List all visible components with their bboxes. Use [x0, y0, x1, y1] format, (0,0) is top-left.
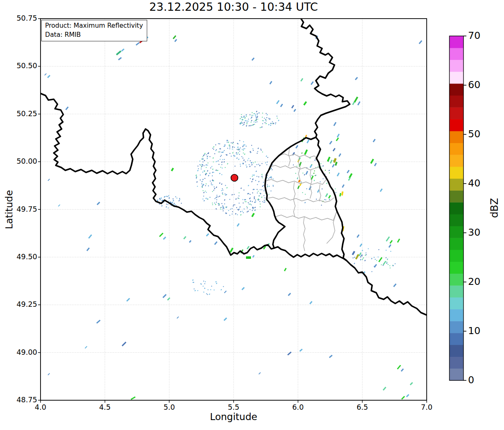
clutter-speck: [265, 122, 266, 123]
clutter-speck: [232, 213, 233, 215]
echo-streak: [206, 234, 209, 236]
echo-streak: [354, 97, 358, 103]
echo-streak: [288, 293, 291, 296]
clutter-speck: [244, 189, 245, 191]
clutter-speck: [314, 170, 315, 172]
clutter-speck: [262, 151, 263, 153]
echo-streak: [401, 396, 404, 399]
clutter-speck: [248, 121, 249, 122]
clutter-speck: [240, 147, 241, 148]
echo-streak: [97, 320, 100, 323]
clutter-speck: [215, 204, 216, 205]
map-canvas: [0, 0, 504, 430]
clutter-speck: [248, 185, 249, 186]
clutter-speck: [238, 152, 239, 153]
clutter-speck: [242, 211, 243, 212]
clutter-speck: [236, 207, 237, 208]
product-info-box: Product: Maximum Reflectivity Data: RMIB: [41, 20, 147, 41]
clutter-speck: [254, 198, 255, 200]
clutter-speck: [208, 289, 209, 290]
clutter-speck: [218, 164, 220, 165]
clutter-speck: [335, 188, 336, 189]
clutter-speck: [252, 174, 253, 176]
clutter-speck: [257, 119, 258, 120]
clutter-speck: [221, 174, 222, 175]
clutter-speck: [249, 194, 251, 195]
clutter-speck: [264, 200, 265, 201]
clutter-speck: [268, 124, 269, 126]
clutter-speck: [244, 117, 246, 119]
colorbar-label: dBZ: [489, 198, 500, 218]
clutter-speck: [221, 183, 222, 185]
clutter-speck: [390, 251, 392, 252]
clutter-speck: [258, 148, 259, 149]
clutter-speck: [304, 174, 305, 176]
clutter-speck: [244, 199, 246, 201]
echo-streak: [117, 51, 121, 55]
clutter-speck: [214, 188, 215, 189]
clutter-speck: [232, 148, 233, 150]
clutter-speck: [246, 123, 248, 124]
echo-streak: [383, 261, 386, 265]
clutter-speck: [365, 252, 367, 253]
colorbar-band: [449, 107, 463, 119]
clutter-speck: [204, 153, 205, 155]
clutter-speck: [251, 204, 252, 205]
national-border: [265, 137, 316, 248]
district-border: [319, 184, 321, 201]
clutter-speck: [243, 144, 244, 146]
echo-streak: [419, 41, 422, 44]
y-tick-label: 49.75: [1, 205, 37, 213]
echo-streak: [339, 154, 341, 157]
clutter-speck: [253, 122, 255, 123]
clutter-speck: [253, 162, 254, 163]
echo-streak: [379, 258, 382, 262]
colorbar-tick-label: 30: [468, 227, 480, 238]
clutter-speck: [261, 174, 263, 175]
clutter-speck: [243, 141, 244, 142]
echo-streak: [340, 193, 340, 196]
clutter-speck: [272, 123, 273, 124]
clutter-speck: [216, 201, 217, 203]
clutter-speck: [222, 210, 224, 212]
echo-streak: [296, 146, 298, 148]
echo-streak: [224, 318, 227, 320]
echo-streak: [48, 75, 50, 78]
echo-streak: [88, 235, 91, 238]
clutter-speck: [386, 262, 387, 263]
echo-streak: [386, 237, 389, 241]
radar-site-marker: [231, 174, 238, 182]
clutter-speck: [197, 165, 198, 167]
echo-streak: [360, 244, 362, 247]
colorbar-band: [449, 297, 463, 309]
clutter-speck: [217, 196, 219, 198]
clutter-speck: [244, 122, 245, 124]
clutter-speck: [193, 288, 195, 289]
clutter-speck: [257, 153, 258, 154]
echo-streak: [332, 165, 334, 167]
clutter-speck: [231, 155, 232, 157]
clutter-speck: [207, 165, 208, 166]
clutter-speck: [250, 178, 251, 179]
x-tick-label: 5.5: [221, 403, 246, 411]
clutter-speck: [219, 196, 220, 197]
echo-streak: [406, 394, 409, 397]
echo-streak: [252, 213, 254, 217]
clutter-speck: [256, 111, 257, 112]
clutter-speck: [201, 168, 202, 170]
clutter-speck: [271, 177, 272, 179]
echo-streak: [259, 373, 260, 374]
colorbar-band: [449, 96, 463, 108]
clutter-speck: [296, 166, 298, 167]
clutter-speck: [224, 203, 225, 205]
clutter-speck: [251, 164, 253, 166]
clutter-speck: [205, 191, 206, 192]
clutter-speck: [248, 164, 250, 165]
y-tick-label: 49.00: [1, 348, 37, 356]
echo-streak: [359, 253, 361, 256]
clutter-speck: [376, 260, 377, 261]
clutter-speck: [266, 164, 268, 165]
colorbar-band: [449, 368, 463, 380]
clutter-speck: [246, 125, 247, 127]
echo-streak: [326, 194, 328, 197]
